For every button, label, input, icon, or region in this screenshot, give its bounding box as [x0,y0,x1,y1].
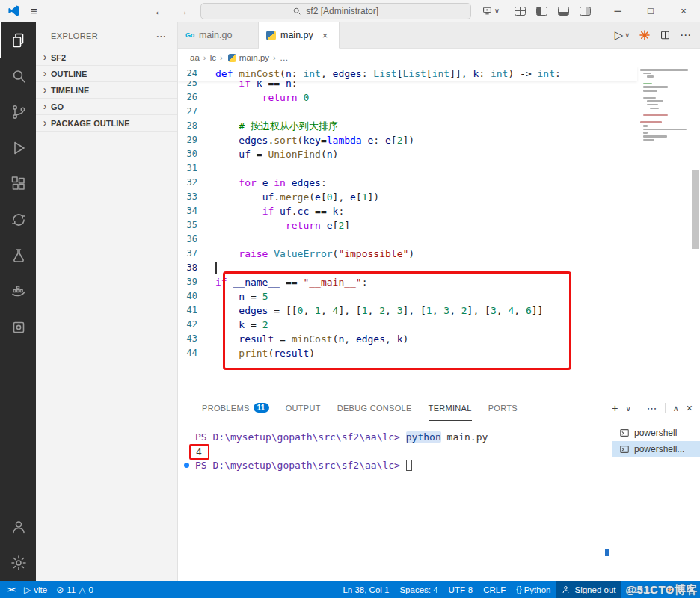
source-control-icon[interactable] [0,94,36,130]
explorer-icon[interactable] [0,22,36,58]
minimap[interactable] [637,67,691,395]
code-line-41: 41 edges = [[0, 1, 4], [1, 2, 3], [1, 3,… [178,303,637,318]
terminal-cursor [406,460,412,471]
accounts-icon[interactable] [0,509,36,545]
code-line-text: if uf.cc == k: [212,204,344,218]
toggle-panel-icon[interactable] [558,7,569,16]
sidebar-section-outline[interactable]: ›OUTLINE [36,65,177,81]
problems-status[interactable]: ⊘ 11 △ 0 [56,585,93,595]
minimap-line [643,97,656,99]
code-line-42: 42 k = 2 [178,318,637,332]
code-line-text [212,161,215,176]
sidebar-section-go[interactable]: ›GO [36,98,177,114]
command-center-search[interactable]: sf2 [Administrator] [200,3,471,19]
breadcrumb-separator: › [203,53,206,62]
sidebar-section-package-outline[interactable]: ›PACKAGE OUTLINE [36,114,177,131]
terminal-output: PS D:\mysetup\gopath\src\sf2\aa\lc> pyth… [195,430,612,472]
python-file-icon [266,31,276,40]
code-line-33: 33 uf.merge(e[0], e[1]) [178,190,637,204]
remote-indicator-icon[interactable]: >< [7,585,15,594]
extension-asterisk-icon[interactable] [639,29,651,41]
indentation[interactable]: Spaces: 4 [394,581,443,598]
breadcrumb-item[interactable]: main.py [239,53,269,62]
line-number: 42 [178,318,212,332]
scrollbar-thumb[interactable] [692,170,699,249]
line-number: 33 [178,190,212,204]
maximize-button[interactable]: □ [634,0,667,22]
settings-gear-icon[interactable] [0,545,36,581]
new-terminal-icon[interactable]: + [612,402,618,414]
launch-profile-icon[interactable]: ∨ [482,6,500,16]
terminal[interactable]: PS D:\mysetup\gopath\src\sf2\aa\lc> pyth… [178,421,612,581]
sidebar-sections: ›SF2›OUTLINE›TIMELINE›GO›PACKAGE OUTLINE [36,49,177,132]
maximize-panel-icon[interactable]: ∧ [673,404,679,413]
terminal-list-item[interactable]: powershell... [612,441,700,457]
panel-tab-terminal[interactable]: TERMINAL [429,395,472,421]
split-editor-icon[interactable] [660,30,671,40]
minimize-button[interactable]: ─ [601,0,634,22]
extensions-icon[interactable] [0,166,36,202]
toggle-sidebar-icon[interactable] [536,7,547,16]
command-decoration-icon[interactable] [184,463,189,468]
code-line-text: for e in edges: [212,176,327,190]
go-file-icon: Go [185,31,194,39]
terminal-dropdown-icon[interactable]: ∨ [625,404,630,413]
tab-main-py[interactable]: main.py × [259,22,340,49]
sidebar-section-timeline[interactable]: ›TIMELINE [36,81,177,98]
testing-icon[interactable] [0,238,36,274]
forward-icon[interactable]: → [177,4,188,17]
run-debug-icon[interactable] [0,130,36,166]
signin-status[interactable]: Signed out [556,581,621,598]
editor-scrollbar[interactable] [691,67,700,395]
more-actions-icon[interactable]: ⋯ [680,28,691,42]
tab-main-go[interactable]: Go main.go [178,22,259,48]
run-dropdown-icon[interactable]: ∨ [624,31,630,39]
customize-layout-icon[interactable] [515,7,526,16]
remote-explorer-icon[interactable] [0,202,36,238]
minimap-line [643,135,667,138]
sidebar-section-label: PACKAGE OUTLINE [51,119,130,128]
toggle-secondary-sidebar-icon[interactable] [580,7,591,16]
menu-icon[interactable]: ≡ [31,4,37,17]
encoding[interactable]: UTF-8 [443,581,479,598]
more-actions-icon[interactable]: ⋯ [156,30,167,42]
panel-tab-debug-console[interactable]: DEBUG CONSOLE [337,395,412,421]
line-number: 34 [178,204,212,218]
back-icon[interactable]: ← [154,4,165,17]
task-vite[interactable]: ▷ vite [24,585,47,595]
tab-strip: Go main.go main.py × ▷ ∨ ⋯ [178,22,700,49]
panel-tab-problems[interactable]: PROBLEMS11 [202,395,269,421]
chevron-right-icon: › [39,84,51,96]
code-line-text [212,105,215,119]
close-panel-icon[interactable]: × [687,402,693,414]
panel-tab-ports[interactable]: PORTS [488,395,518,421]
run-python-file-icon[interactable]: ▷ [615,28,624,42]
panel-tab-output[interactable]: OUTPUT [286,395,321,421]
language-mode[interactable]: { } Python [511,581,556,598]
breadcrumb-item[interactable]: lc [210,53,216,62]
panel-more-icon[interactable]: ⋯ [647,402,657,414]
eol-sequence[interactable]: CRLF [478,581,511,598]
titlebar: ≡ ← → sf2 [Administrator] ∨ ─ □ × [0,0,700,22]
code-line-text: print(result) [212,346,315,360]
terminal-list: powershellpowershell... [612,421,700,581]
breadcrumb-item[interactable]: aa [190,53,200,62]
tools-icon[interactable] [0,309,36,345]
search-icon[interactable] [0,58,36,94]
breadcrumb-item[interactable]: … [280,53,289,62]
code-editor[interactable]: 24def minCost(n: int, edges: List[List[i… [178,67,700,395]
close-tab-icon[interactable]: × [322,30,328,41]
line-number: 38 [178,261,212,275]
code-line-27: 27 [178,105,637,119]
close-button[interactable]: × [667,0,700,22]
sidebar-section-label: OUTLINE [51,70,87,78]
code-line-text: result = minCost(n, edges, k) [212,332,408,346]
docker-icon[interactable] [0,274,36,309]
code-line-44: 44 print(result) [178,346,637,360]
chevron-right-icon: › [39,117,51,129]
terminal-list-item[interactable]: powershell [612,425,700,441]
sidebar-section-sf2[interactable]: ›SF2 [36,49,177,65]
warning-icon: △ [79,585,85,595]
breadcrumb-separator: › [220,53,223,62]
cursor-position[interactable]: Ln 38, Col 1 [337,581,394,598]
